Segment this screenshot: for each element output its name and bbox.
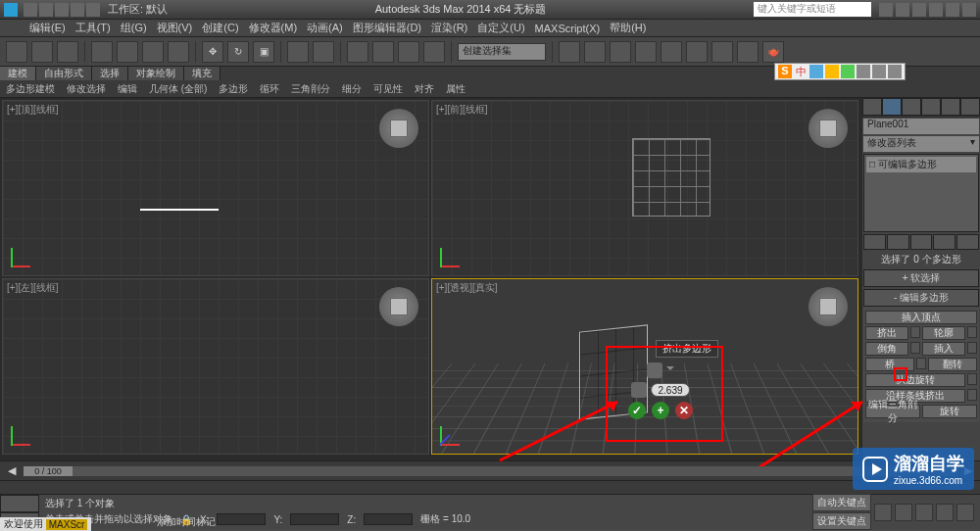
- goto-end-icon[interactable]: [956, 504, 974, 521]
- set-key-button[interactable]: 设置关键点: [812, 512, 871, 530]
- time-slider[interactable]: ◀ 0 / 100 ▶: [0, 460, 980, 480]
- time-slider-thumb[interactable]: 0 / 100: [24, 466, 73, 476]
- coord-z-input[interactable]: [364, 513, 413, 525]
- object-name-field[interactable]: Plane001: [863, 119, 979, 134]
- ribbon-sub-tri[interactable]: 三角剖分: [285, 82, 336, 96]
- curve-editor-icon[interactable]: [635, 41, 657, 63]
- maxscript-tab[interactable]: MAXScr: [46, 519, 88, 530]
- bind-icon[interactable]: [57, 41, 78, 63]
- render-frame-icon[interactable]: [737, 41, 759, 63]
- tab-hierarchy-icon[interactable]: [902, 98, 921, 116]
- viewport-front-label[interactable]: [+][前][线框]: [436, 103, 488, 117]
- inset-settings-button[interactable]: [967, 342, 977, 354]
- close-icon[interactable]: [962, 3, 976, 17]
- coord-x-input[interactable]: [217, 513, 266, 525]
- hinge-settings-button[interactable]: [967, 373, 977, 385]
- bridge-settings-button[interactable]: [916, 358, 926, 369]
- selection-set-dropdown[interactable]: 创建选择集: [458, 43, 546, 61]
- extrude-spline-settings-button[interactable]: [967, 389, 977, 401]
- link-icon[interactable]: [6, 41, 27, 63]
- ime-mic-icon[interactable]: [841, 65, 855, 78]
- menu-edit[interactable]: 编辑(E): [29, 21, 66, 35]
- minimize-icon[interactable]: [929, 3, 943, 17]
- help-search-input[interactable]: 键入关键字或短语: [754, 2, 871, 17]
- qat-new-icon[interactable]: [24, 3, 37, 17]
- ime-skin-icon[interactable]: [872, 65, 886, 78]
- tab-motion-icon[interactable]: [921, 98, 941, 116]
- render-setup-icon[interactable]: [711, 41, 733, 63]
- select-name-icon[interactable]: [117, 41, 138, 63]
- unlink-icon[interactable]: [31, 41, 53, 63]
- ime-keyboard-icon[interactable]: [857, 65, 870, 78]
- menu-help[interactable]: 帮助(H): [610, 21, 646, 35]
- ribbon-tab-freeform[interactable]: 自由形式: [36, 67, 92, 80]
- help-icon[interactable]: [912, 3, 926, 17]
- snap-icon[interactable]: [347, 41, 368, 63]
- ime-sogou-icon[interactable]: S: [778, 65, 792, 78]
- ribbon-sub-subdiv[interactable]: 细分: [336, 82, 368, 96]
- viewcube-front[interactable]: [808, 109, 848, 148]
- stack-item-editable-poly[interactable]: □ 可编辑多边形: [866, 157, 976, 172]
- ribbon-sub-align[interactable]: 对齐: [409, 82, 440, 96]
- workspace-selector[interactable]: 工作区: 默认: [108, 2, 168, 17]
- align-icon[interactable]: [584, 41, 606, 63]
- qat-save-icon[interactable]: [55, 3, 69, 17]
- edit-tri-button[interactable]: 编辑三角剖分: [865, 405, 920, 418]
- menu-render[interactable]: 渲染(R): [431, 21, 467, 35]
- bevel-settings-button[interactable]: [910, 342, 920, 354]
- outline-settings-button[interactable]: [967, 326, 977, 338]
- make-unique-icon[interactable]: [910, 234, 933, 250]
- modifier-list-dropdown[interactable]: 修改器列表▾: [863, 136, 979, 152]
- insert-vertex-button[interactable]: 插入顶点: [865, 311, 977, 324]
- ribbon-tab-populate[interactable]: 填充: [184, 67, 220, 80]
- extrude-settings-button[interactable]: [910, 326, 920, 338]
- ribbon-sub-geom[interactable]: 几何体 (全部): [143, 82, 213, 96]
- maximize-icon[interactable]: [946, 3, 959, 17]
- time-slider-track[interactable]: 0 / 100: [24, 466, 956, 476]
- add-time-tag-label[interactable]: 添加时间标记: [157, 515, 216, 529]
- menu-views[interactable]: 视图(V): [157, 21, 193, 35]
- ribbon-tab-paint[interactable]: 对象绘制: [128, 67, 184, 80]
- flip-button[interactable]: 翻转: [928, 358, 977, 371]
- ime-settings-icon[interactable]: [888, 65, 902, 78]
- viewport-persp-label[interactable]: [+][透视][真实]: [436, 281, 498, 295]
- qat-open-icon[interactable]: [39, 3, 53, 17]
- inset-button[interactable]: 插入: [922, 342, 965, 356]
- center-icon[interactable]: [313, 41, 334, 63]
- viewport-top[interactable]: [+][顶][线框]: [2, 100, 429, 276]
- goto-start-icon[interactable]: [874, 504, 892, 521]
- track-bar[interactable]: [0, 480, 980, 494]
- retriangulate-button[interactable]: 旋转: [922, 405, 977, 418]
- qat-redo-icon[interactable]: [86, 3, 100, 17]
- pin-stack-icon[interactable]: [863, 234, 886, 250]
- tab-utilities-icon[interactable]: [960, 98, 980, 116]
- menu-animation[interactable]: 动画(A): [307, 21, 343, 35]
- remove-mod-icon[interactable]: [933, 234, 956, 250]
- bevel-button[interactable]: 倒角: [865, 342, 908, 356]
- ribbon-sub-loop[interactable]: 循环: [254, 82, 285, 96]
- tab-display-icon[interactable]: [941, 98, 960, 116]
- menu-graph[interactable]: 图形编辑器(D): [353, 21, 421, 35]
- rollout-edit-polygons[interactable]: - 编辑多边形: [863, 289, 979, 307]
- mirror-icon[interactable]: [559, 41, 580, 63]
- modifier-stack[interactable]: □ 可编辑多边形: [863, 154, 979, 232]
- filter-icon[interactable]: [168, 41, 189, 63]
- coord-y-input[interactable]: [290, 513, 339, 525]
- ime-puncts-icon[interactable]: [809, 65, 823, 78]
- schematic-icon[interactable]: [661, 41, 682, 63]
- outline-button[interactable]: 轮廓: [922, 326, 965, 340]
- show-end-icon[interactable]: [887, 234, 909, 250]
- scale-icon[interactable]: ▣: [253, 41, 274, 63]
- ime-toolbar[interactable]: S 中: [774, 63, 906, 80]
- menu-modifiers[interactable]: 修改器(M): [249, 21, 298, 35]
- welcome-tab[interactable]: 欢迎使用 MAXScr: [0, 517, 91, 531]
- select-icon[interactable]: [91, 41, 113, 63]
- ribbon-sub-vis[interactable]: 可见性: [368, 82, 409, 96]
- material-editor-icon[interactable]: [686, 41, 708, 63]
- ribbon-tab-selection[interactable]: 选择: [92, 67, 128, 80]
- menu-maxscript[interactable]: MAXScript(X): [535, 23, 601, 34]
- render-icon[interactable]: 🫖: [762, 41, 784, 63]
- ime-lang-icon[interactable]: 中: [794, 65, 808, 78]
- menu-create[interactable]: 创建(C): [202, 21, 238, 35]
- tab-modify-icon[interactable]: [882, 98, 902, 116]
